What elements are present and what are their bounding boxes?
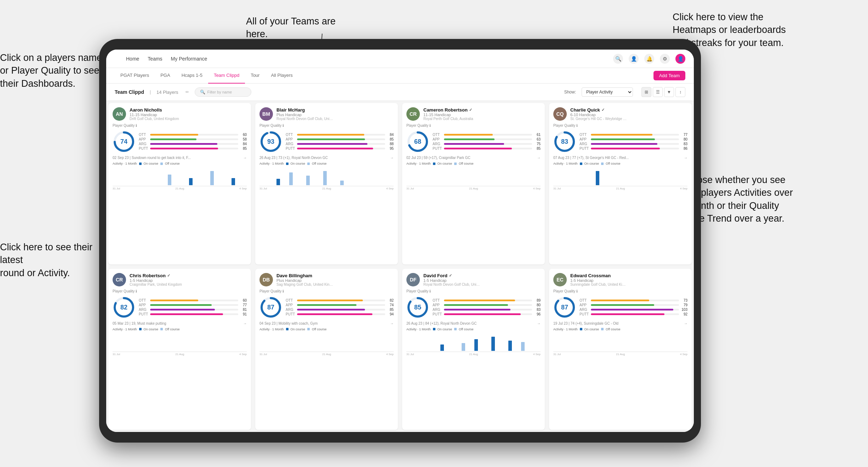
chart-bar: [240, 351, 244, 351]
player-name[interactable]: Aaron Nicholls: [130, 107, 247, 113]
stat-value: 88: [387, 142, 394, 146]
off-course-legend: [307, 163, 310, 165]
chart-bar: [406, 351, 410, 351]
chart-bar: [428, 351, 431, 351]
stat-value: 92: [680, 312, 687, 316]
round-info[interactable]: 04 Sep 23 | Mobility with coach, Gym →: [259, 321, 394, 325]
profile-icon[interactable]: 👤: [629, 54, 639, 64]
activity-label: Activity · 1 Month: [113, 162, 137, 165]
stat-label: ARG: [433, 142, 442, 146]
chart-bar: [558, 185, 561, 185]
player-card[interactable]: DF David Ford✓ 1-5 Handicap Royal North …: [402, 269, 545, 430]
chart-label-start: 31 Jul: [259, 187, 267, 190]
chart-bar: [353, 351, 356, 351]
chart-bar: [306, 351, 310, 351]
chart-bar: [387, 351, 390, 351]
nav-performance[interactable]: My Performance: [171, 56, 207, 62]
player-name[interactable]: David Ford✓: [423, 273, 541, 278]
edit-team-icon[interactable]: ✏: [185, 90, 189, 95]
notification-icon[interactable]: 🔔: [644, 54, 654, 64]
settings-icon[interactable]: ⚙: [660, 54, 670, 64]
quality-score: 83: [561, 138, 568, 146]
stat-bar-bg: [591, 304, 679, 306]
tab-hcaps[interactable]: Hcaps 1-5: [176, 68, 208, 84]
card-header: CQ Charlie Quick✓ 6-10 Handicap St. Geor…: [553, 107, 687, 121]
player-name[interactable]: Chris Robertson✓: [130, 273, 247, 278]
quality-circle[interactable]: 93: [259, 130, 282, 153]
chart-bar: [668, 351, 672, 351]
filter-search[interactable]: 🔍 Filter by name: [195, 87, 251, 97]
tab-pga[interactable]: PGA: [155, 68, 176, 84]
player-name[interactable]: Edward Crossman: [570, 273, 687, 278]
chart-label-start: 31 Jul: [113, 187, 120, 190]
off-course-legend: [454, 163, 457, 165]
chart-bar: [240, 185, 244, 185]
chart-bar: [411, 351, 414, 351]
stat-value: 85: [533, 147, 541, 150]
player-card[interactable]: CR Cameron Robertson✓ 11-15 Handicap Roy…: [402, 103, 545, 264]
quality-circle[interactable]: 68: [406, 130, 429, 153]
search-placeholder: Filter by name: [207, 90, 232, 94]
nav-teams[interactable]: Teams: [148, 56, 162, 62]
table-view-button[interactable]: ☰: [653, 87, 663, 97]
quality-circle[interactable]: 87: [553, 296, 576, 319]
tab-team-clippd[interactable]: Team Clippd: [208, 68, 245, 84]
chart-bar: [613, 351, 616, 351]
quality-circle[interactable]: 83: [553, 130, 576, 153]
player-card[interactable]: CQ Charlie Quick✓ 6-10 Handicap St. Geor…: [549, 103, 692, 264]
chart-bar: [517, 351, 520, 351]
stat-label: OTT: [579, 133, 589, 137]
tab-pgat-players[interactable]: PGAT Players: [115, 68, 155, 84]
player-card[interactable]: CR Chris Robertson✓ 1-5 Handicap Craigmi…: [108, 269, 251, 430]
quality-circle[interactable]: 82: [113, 296, 135, 319]
grid-view-button[interactable]: ⊞: [641, 87, 651, 97]
tab-all-players[interactable]: All Players: [265, 68, 298, 84]
player-name[interactable]: Blair McHarg: [276, 107, 394, 113]
round-info[interactable]: 26 Aug 23 | 84 (+12), Royal North Devon …: [406, 321, 541, 325]
quality-circle[interactable]: 74: [113, 130, 135, 153]
on-course-label: On course: [291, 328, 305, 331]
chart-bar: [655, 351, 659, 351]
show-select[interactable]: Player Activity Quality Score Trend: [582, 87, 633, 97]
off-course-label: Off course: [312, 328, 326, 331]
chart-bar: [508, 185, 512, 185]
chart-bar: [423, 185, 427, 185]
chart-bar: [281, 185, 284, 185]
chart-bar: [138, 185, 142, 185]
round-info[interactable]: 19 Jul 23 | 74 (+4), Sunningdale GC - Ol…: [553, 321, 687, 325]
player-card[interactable]: AN Aaron Nicholls 11-15 Handicap Drift G…: [108, 103, 251, 264]
user-avatar-icon[interactable]: 👤: [675, 54, 685, 64]
player-card[interactable]: DB Dave Billingham Plus Handicap Sag Mag…: [255, 269, 398, 430]
round-info[interactable]: 02 Jul 23 | 59 (+17), Craigmillar Park G…: [406, 156, 541, 160]
stat-row: APP 85: [286, 137, 394, 141]
quality-circle[interactable]: 85: [406, 296, 429, 319]
chart-bar: [534, 351, 537, 351]
player-card[interactable]: BM Blair McHarg Plus Handicap Royal Nort…: [255, 103, 398, 264]
search-icon[interactable]: 🔍: [613, 54, 623, 64]
round-info[interactable]: 26 Aug 23 | 73 (+1), Royal North Devon G…: [259, 156, 394, 160]
chart-bar: [479, 185, 482, 185]
chart-label-end: 4 Sep: [386, 353, 394, 356]
round-info[interactable]: 07 Aug 23 | 77 (+7), St George's Hill GC…: [553, 156, 687, 160]
player-name[interactable]: Cameron Robertson✓: [423, 107, 541, 113]
chart-bar: [504, 185, 508, 185]
filter-button[interactable]: ▼: [664, 87, 674, 97]
sort-button[interactable]: ↕: [675, 87, 685, 97]
on-course-label: On course: [144, 162, 159, 165]
chart-bar: [411, 185, 414, 185]
player-card[interactable]: EC Edward Crossman 1-5 Handicap Sunningd…: [549, 269, 692, 430]
stat-row: APP 58: [139, 137, 247, 141]
player-name[interactable]: Charlie Quick✓: [570, 107, 687, 113]
round-info[interactable]: 05 Mar 23 | 19, Must make putting →: [113, 321, 247, 325]
tab-tour[interactable]: Tour: [245, 68, 265, 84]
player-name[interactable]: Dave Billingham: [276, 273, 394, 278]
round-arrow-icon: →: [684, 156, 687, 160]
quality-circle[interactable]: 87: [259, 296, 282, 319]
chart-bar: [672, 351, 676, 351]
on-course-label: On course: [584, 328, 599, 331]
chart-bar: [147, 351, 150, 351]
nav-home[interactable]: Home: [126, 56, 139, 62]
add-team-button[interactable]: Add Team: [653, 71, 685, 80]
chart-bar: [664, 185, 667, 185]
round-info[interactable]: 02 Sep 23 | Sundown round to get back in…: [113, 156, 247, 160]
